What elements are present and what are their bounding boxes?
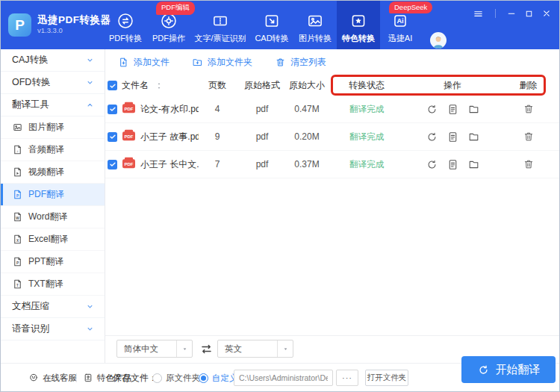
sidebar-section-label: OFD转换 bbox=[12, 76, 50, 89]
row-checkbox[interactable] bbox=[108, 105, 117, 114]
sidebar-section-label: CAJ转换 bbox=[12, 54, 49, 66]
start-translate-button[interactable]: 开始翻译 bbox=[461, 356, 556, 383]
sidebar-item-label: 视频翻译 bbox=[28, 166, 64, 178]
video-doc-icon bbox=[12, 167, 23, 178]
image-convert-icon bbox=[305, 11, 325, 31]
open-location-icon[interactable] bbox=[467, 158, 480, 171]
view-document-icon[interactable] bbox=[447, 103, 459, 116]
open-folder-button[interactable]: 打开文件夹 bbox=[365, 370, 408, 386]
status-label: 翻译完成 bbox=[326, 104, 408, 115]
sidebar-item-video[interactable]: 视频翻译 bbox=[1, 161, 105, 184]
file-pages: 4 bbox=[199, 104, 236, 114]
open-location-icon[interactable] bbox=[467, 131, 480, 143]
row-checkbox[interactable] bbox=[108, 132, 117, 142]
sidebar-item-audio[interactable]: ♪音频翻译 bbox=[1, 139, 105, 161]
save-path-input[interactable] bbox=[234, 370, 333, 386]
ppt-doc-icon: P bbox=[12, 256, 23, 267]
pdf-file-icon: PDF bbox=[122, 102, 136, 116]
reconvert-icon[interactable] bbox=[426, 103, 438, 116]
sidebar-item-label: Excel翻译 bbox=[28, 233, 68, 246]
document-icon bbox=[447, 103, 459, 116]
svg-text:PDF: PDF bbox=[125, 162, 134, 167]
clear-list-button[interactable]: 清空列表 bbox=[275, 56, 326, 69]
target-language-select[interactable]: 英文 bbox=[217, 340, 293, 358]
file-pages: 7 bbox=[199, 159, 236, 169]
maximize-icon[interactable] bbox=[523, 7, 535, 19]
file-format: pdf bbox=[236, 104, 288, 114]
chevron-down-icon bbox=[85, 324, 95, 334]
sidebar-item-txt[interactable]: TTXT翻译 bbox=[1, 273, 105, 296]
nav-item-featured-convert[interactable]: 特色转换 bbox=[337, 1, 380, 49]
source-language-select[interactable]: 简体中文 bbox=[116, 340, 193, 358]
table-row[interactable]: PDF小王子 故事.pdf9pdf0.20M翻译完成 bbox=[105, 123, 559, 151]
row-checkbox[interactable] bbox=[108, 160, 117, 169]
nav-item-pdf-operate[interactable]: PDF编辑PDF操作 bbox=[147, 1, 190, 49]
nav-badge: PDF编辑 bbox=[156, 1, 195, 15]
sort-icon[interactable] bbox=[155, 81, 164, 90]
sidebar-item-word[interactable]: WWord翻译 bbox=[1, 206, 105, 228]
caret-down-icon bbox=[176, 340, 192, 357]
user-avatar[interactable] bbox=[430, 32, 447, 49]
caret-down-icon bbox=[277, 340, 293, 357]
browse-path-button[interactable]: ··· bbox=[336, 370, 358, 386]
online-support-link[interactable]: 在线客服 bbox=[28, 364, 77, 392]
source-language-value: 简体中文 bbox=[117, 343, 176, 355]
nav-item-ai[interactable]: DeepSeekAi迅捷AI bbox=[380, 1, 420, 49]
view-document-icon[interactable] bbox=[447, 131, 459, 143]
radio-selected-icon bbox=[199, 373, 208, 383]
file-plus-icon bbox=[118, 57, 129, 68]
chevron-down-icon bbox=[85, 55, 95, 65]
delete-row-icon[interactable] bbox=[523, 131, 535, 143]
body: CAJ转换OFD转换翻译工具图片翻译♪音频翻译视频翻译PPDF翻译WWord翻译… bbox=[1, 49, 559, 364]
close-icon[interactable] bbox=[541, 7, 553, 19]
sidebar-section-0[interactable]: CAJ转换 bbox=[1, 49, 105, 72]
trash-icon bbox=[275, 57, 286, 68]
sidebar-item-pdf[interactable]: PPDF翻译 bbox=[1, 184, 105, 206]
excel-doc-icon: X bbox=[12, 234, 23, 245]
image-convert-icon bbox=[305, 10, 325, 31]
sidebar-section-3[interactable]: 文档压缩 bbox=[1, 296, 105, 318]
reconvert-icon[interactable] bbox=[426, 131, 438, 143]
open-location-icon[interactable] bbox=[467, 103, 480, 116]
menu-icon[interactable] bbox=[472, 7, 484, 19]
save-original-radio[interactable]: 原文件夹 bbox=[152, 364, 200, 392]
table-row[interactable]: PDF论文-有水印.pdf4pdf0.47M翻译完成 bbox=[105, 96, 559, 123]
col-delete-label: 删除 bbox=[497, 79, 559, 92]
swap-languages-icon[interactable] bbox=[199, 341, 214, 356]
table-header: 文件名 页数 原始格式 原始大小 转换状态 操作 删除 bbox=[105, 75, 559, 96]
add-file-button[interactable]: 添加文件 bbox=[118, 56, 169, 69]
refresh-icon bbox=[477, 364, 490, 376]
nav-item-pdf-convert[interactable]: PDF转换 bbox=[104, 1, 147, 49]
sidebar-section-4[interactable]: 语音识别 bbox=[1, 318, 105, 340]
avatar-icon bbox=[430, 32, 447, 49]
refresh-icon bbox=[426, 103, 438, 116]
add-folder-button[interactable]: 添加文件夹 bbox=[192, 56, 252, 69]
file-list: PDF论文-有水印.pdf4pdf0.47M翻译完成PDF小王子 故事.pdf9… bbox=[105, 96, 559, 178]
delete-row-icon[interactable] bbox=[523, 158, 535, 170]
delete-row-icon[interactable] bbox=[523, 103, 535, 115]
minimize-icon[interactable] bbox=[505, 7, 517, 19]
sidebar-item-excel[interactable]: XExcel翻译 bbox=[1, 228, 105, 251]
pdf-file-icon: PDF bbox=[122, 129, 136, 144]
sidebar-item-ppt[interactable]: PPPT翻译 bbox=[1, 251, 105, 273]
nav-item-image-convert[interactable]: 图片转换 bbox=[293, 1, 337, 49]
divider bbox=[105, 335, 559, 336]
table-row[interactable]: PDF小王子 长中文.pdf7pdf0.37M翻译完成 bbox=[105, 151, 559, 178]
target-language-value: 英文 bbox=[218, 343, 277, 355]
reconvert-icon[interactable] bbox=[426, 158, 438, 171]
nav-item-cad-convert[interactable]: CAD转换 bbox=[250, 1, 293, 49]
view-document-icon[interactable] bbox=[447, 158, 459, 171]
sidebar-item-label: 音频翻译 bbox=[28, 143, 64, 156]
folder-plus-icon bbox=[192, 57, 203, 68]
nav-item-ocr-ticket[interactable]: 文字/票证识别 bbox=[190, 1, 250, 49]
sidebar-item-image[interactable]: 图片翻译 bbox=[1, 116, 105, 139]
status-label: 翻译完成 bbox=[326, 131, 408, 143]
sidebar-section-2[interactable]: 翻译工具 bbox=[1, 94, 105, 116]
audio-doc-icon: ♪ bbox=[12, 144, 23, 155]
language-bar: 简体中文 英文 bbox=[105, 340, 559, 358]
sidebar-section-1[interactable]: OFD转换 bbox=[1, 72, 105, 94]
save-custom-radio[interactable]: 自定义 bbox=[199, 364, 238, 392]
chevron-down-icon bbox=[85, 78, 95, 87]
svg-text:PDF: PDF bbox=[125, 134, 134, 139]
select-all-checkbox[interactable] bbox=[108, 81, 117, 90]
